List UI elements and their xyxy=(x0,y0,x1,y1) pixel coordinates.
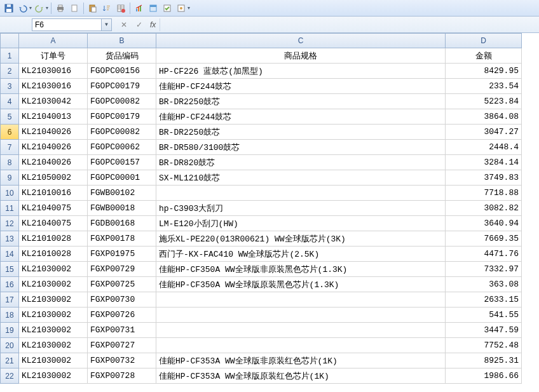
cell[interactable]: FGOPC00001 xyxy=(88,170,156,186)
row-header[interactable]: 16 xyxy=(0,277,19,292)
row-header[interactable]: 11 xyxy=(0,201,19,216)
cell[interactable]: 7332.97 xyxy=(446,262,522,277)
cell[interactable] xyxy=(156,323,446,338)
row-header[interactable]: 2 xyxy=(0,64,19,79)
cell[interactable]: FGWB00018 xyxy=(88,201,156,216)
form-icon[interactable] xyxy=(147,2,160,15)
cell[interactable]: 佳能HP-CF350A WW全球版原装黑色芯片(1.3K) xyxy=(156,277,446,292)
cell[interactable] xyxy=(156,308,446,323)
row-header[interactable]: 13 xyxy=(0,231,19,247)
row-header[interactable]: 12 xyxy=(0,216,19,231)
cell[interactable]: 363.08 xyxy=(446,277,522,292)
cell[interactable]: BR-DR820鼓芯 xyxy=(156,155,446,170)
cell[interactable]: KL21010028 xyxy=(19,247,88,262)
row-header[interactable]: 4 xyxy=(0,94,19,109)
undo-dropdown-icon[interactable]: ▾ xyxy=(29,5,32,11)
print-icon[interactable] xyxy=(54,2,67,15)
row-header[interactable]: 20 xyxy=(0,338,19,353)
cell[interactable]: KL21050002 xyxy=(19,170,88,186)
cell[interactable]: KL21010028 xyxy=(19,231,88,247)
cell[interactable]: 1986.66 xyxy=(446,368,522,384)
cell[interactable]: 施乐XL-PE220(013R00621) WW全球版芯片(3K) xyxy=(156,231,446,247)
col-header-c[interactable]: C xyxy=(156,33,446,48)
cell[interactable]: KL21030002 xyxy=(19,353,88,368)
undo-icon[interactable] xyxy=(17,2,29,15)
redo-icon[interactable] xyxy=(33,2,46,15)
cell[interactable]: KL21010016 xyxy=(19,186,88,201)
row-header[interactable]: 7 xyxy=(0,140,19,155)
row-header[interactable]: 18 xyxy=(0,308,19,323)
cell[interactable]: SX-ML1210鼓芯 xyxy=(156,170,446,186)
cell[interactable]: 3284.14 xyxy=(446,155,522,170)
cell[interactable]: 5223.84 xyxy=(446,94,522,109)
cell[interactable]: FGWB00102 xyxy=(88,186,156,201)
cell[interactable]: 佳能HP-CF353A WW全球版原装红色芯片(1K) xyxy=(156,368,446,384)
cell[interactable]: FGOPC00082 xyxy=(88,94,156,109)
row-header[interactable]: 17 xyxy=(0,292,19,308)
cell[interactable]: 2448.4 xyxy=(446,140,522,155)
cell[interactable]: 商品规格 xyxy=(156,48,446,64)
cell[interactable]: 西门子-KX-FAC410 WW全球版芯片(2.5K) xyxy=(156,247,446,262)
cell[interactable]: FGOPC00082 xyxy=(88,125,156,140)
cell[interactable]: KL21030016 xyxy=(19,64,88,79)
table-icon[interactable] xyxy=(114,2,127,15)
row-header[interactable]: 5 xyxy=(0,109,19,125)
name-box-dropdown[interactable]: ▼ xyxy=(102,18,112,31)
cell[interactable]: FGXP00725 xyxy=(88,277,156,292)
cell[interactable]: FGXP00726 xyxy=(88,308,156,323)
row-header[interactable]: 1 xyxy=(0,48,19,64)
cell[interactable]: FGXP00727 xyxy=(88,338,156,353)
cell[interactable]: FGOPC00062 xyxy=(88,140,156,155)
chart-icon[interactable] xyxy=(133,2,146,15)
col-header-a[interactable]: A xyxy=(19,33,88,48)
row-header[interactable]: 21 xyxy=(0,353,19,368)
redo-dropdown-icon[interactable]: ▾ xyxy=(46,5,48,11)
cell[interactable]: FGXP00731 xyxy=(88,323,156,338)
row-header[interactable]: 15 xyxy=(0,262,19,277)
sort-icon[interactable] xyxy=(100,2,113,15)
cell[interactable]: 佳能HP-CF350A WW全球版非原装黑色芯片(1.3K) xyxy=(156,262,446,277)
toolbar-overflow-icon[interactable]: ▾ xyxy=(188,5,190,11)
cell[interactable]: 3640.94 xyxy=(446,216,522,231)
cell[interactable]: HP-CF226 蓝鼓芯(加黑型) xyxy=(156,64,446,79)
fx-icon[interactable]: fx xyxy=(150,20,156,29)
settings-icon[interactable] xyxy=(175,2,188,15)
col-header-d[interactable]: D xyxy=(446,33,522,48)
cell[interactable]: 3082.82 xyxy=(446,201,522,216)
cell[interactable]: 541.55 xyxy=(446,308,522,323)
cell[interactable]: 3447.59 xyxy=(446,323,522,338)
cell[interactable]: KL21040013 xyxy=(19,109,88,125)
new-doc-icon[interactable] xyxy=(68,2,81,15)
cell[interactable]: KL21040026 xyxy=(19,140,88,155)
cancel-formula-icon[interactable]: ✕ xyxy=(118,19,130,30)
cell[interactable]: FGXP00730 xyxy=(88,292,156,308)
cell[interactable]: BR-DR580/3100鼓芯 xyxy=(156,140,446,155)
cell[interactable]: KL21030002 xyxy=(19,368,88,384)
cell[interactable]: FGXP00178 xyxy=(88,231,156,247)
row-header[interactable]: 9 xyxy=(0,170,19,186)
row-header[interactable]: 8 xyxy=(0,155,19,170)
cell[interactable]: 3047.27 xyxy=(446,125,522,140)
cell[interactable]: 订单号 xyxy=(19,48,88,64)
cell[interactable]: KL21040075 xyxy=(19,201,88,216)
cell[interactable]: 2633.15 xyxy=(446,292,522,308)
cell[interactable]: KL21030002 xyxy=(19,308,88,323)
cell[interactable]: KL21040026 xyxy=(19,155,88,170)
cell[interactable]: 佳能HP-CF244鼓芯 xyxy=(156,109,446,125)
cell[interactable]: hp-C3903大刮刀 xyxy=(156,201,446,216)
cell[interactable]: FGXP01975 xyxy=(88,247,156,262)
validate-icon[interactable] xyxy=(161,2,174,15)
cell[interactable]: FGDB00168 xyxy=(88,216,156,231)
row-header[interactable]: 22 xyxy=(0,368,19,384)
cell[interactable]: KL21030042 xyxy=(19,94,88,109)
cell[interactable]: FGOPC00157 xyxy=(88,155,156,170)
cell[interactable]: KL21040026 xyxy=(19,125,88,140)
cell[interactable]: 4471.76 xyxy=(446,247,522,262)
cell[interactable]: 7669.35 xyxy=(446,231,522,247)
cell[interactable]: KL21030002 xyxy=(19,292,88,308)
cell[interactable]: 7752.48 xyxy=(446,338,522,353)
cell[interactable]: KL21040075 xyxy=(19,216,88,231)
accept-formula-icon[interactable]: ✓ xyxy=(133,19,145,30)
cell[interactable]: KL21030002 xyxy=(19,323,88,338)
formula-input[interactable] xyxy=(160,18,539,31)
